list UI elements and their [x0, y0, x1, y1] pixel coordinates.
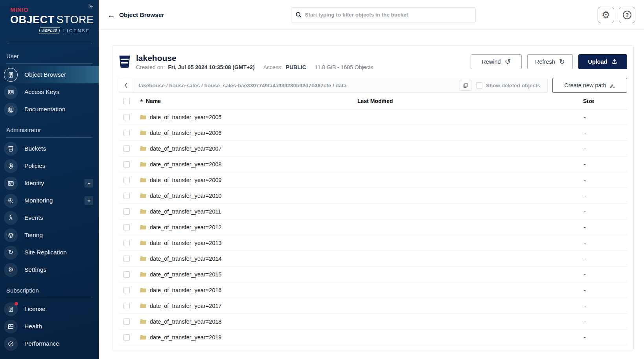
object-name-link[interactable]: date_of_transfer_year=2009 [150, 177, 222, 183]
table-row[interactable]: date_of_transfer_year=2016 - [119, 282, 627, 298]
row-checkbox[interactable] [123, 334, 130, 341]
row-checkbox[interactable] [123, 271, 130, 278]
bucket-name: lakehouse [136, 53, 373, 63]
collapse-sidebar-icon[interactable] [88, 3, 94, 9]
select-all-checkbox[interactable] [123, 98, 130, 104]
row-checkbox[interactable] [123, 177, 130, 183]
sidebar-item-site-replication[interactable]: ↻ Site Replication [0, 244, 99, 261]
table-row[interactable]: date_of_transfer_year=2010 - [119, 188, 627, 204]
settings-button[interactable]: ⚙ [598, 7, 614, 23]
help-button[interactable]: ? [619, 7, 635, 23]
table-row[interactable]: date_of_transfer_year=2006 - [119, 125, 627, 141]
sidebar-item-identity[interactable]: Identity [0, 175, 99, 192]
table-row[interactable]: date_of_transfer_year=2005 - [119, 109, 627, 125]
access-value[interactable]: PUBLIC [286, 64, 306, 70]
row-checkbox[interactable] [123, 224, 130, 230]
path-bar: lakehouse / house-sales / house_sales-ba… [119, 78, 548, 93]
sidebar-item-performance[interactable]: Performance [0, 335, 99, 352]
sidebar-item-policies[interactable]: Policies [0, 157, 99, 175]
object-name-link[interactable]: date_of_transfer_year=2011 [150, 208, 221, 215]
sidebar-item-events[interactable]: λ Events [0, 209, 99, 226]
chevron-left-icon[interactable] [119, 78, 133, 92]
object-name-link[interactable]: date_of_transfer_year=2010 [150, 193, 222, 199]
size-cell: - [583, 114, 627, 120]
table-row[interactable]: date_of_transfer_year=2008 - [119, 156, 627, 172]
column-header-name[interactable]: Name [136, 98, 357, 104]
row-checkbox[interactable] [123, 256, 130, 262]
chevron-down-icon[interactable] [85, 196, 93, 205]
chevron-down-icon[interactable] [85, 179, 93, 188]
size-cell: - [583, 193, 627, 199]
object-name-link[interactable]: date_of_transfer_year=2018 [150, 318, 222, 325]
object-name-link[interactable]: date_of_transfer_year=2014 [150, 256, 222, 262]
upload-button[interactable]: Upload [578, 54, 627, 69]
search-box [291, 7, 476, 22]
object-name-link[interactable]: date_of_transfer_year=2017 [150, 303, 222, 309]
table-row[interactable]: date_of_transfer_year=2012 - [119, 219, 627, 235]
table-row[interactable]: date_of_transfer_year=2013 - [119, 235, 627, 251]
table-row[interactable]: date_of_transfer_year=2014 - [119, 251, 627, 267]
row-checkbox[interactable] [123, 303, 130, 309]
sidebar-item-tiering[interactable]: Tiering [0, 226, 99, 244]
rewind-button[interactable]: Rewind↺ [471, 54, 522, 69]
divider [6, 298, 92, 298]
object-name-link[interactable]: date_of_transfer_year=2006 [150, 130, 222, 136]
breadcrumb[interactable]: lakehouse / house-sales / house_sales-ba… [133, 83, 460, 88]
column-header-size[interactable]: Size [583, 98, 627, 104]
sidebar-item-label: License [24, 306, 99, 313]
row-checkbox[interactable] [123, 130, 130, 136]
row-checkbox[interactable] [123, 287, 130, 293]
size-cell: - [583, 161, 627, 168]
object-name-link[interactable]: date_of_transfer_year=2016 [150, 287, 222, 293]
table-row[interactable]: date_of_transfer_year=2009 - [119, 172, 627, 188]
table-row[interactable]: date_of_transfer_year=2007 - [119, 141, 627, 156]
table-row[interactable]: date_of_transfer_year=2015 - [119, 267, 627, 282]
folder-icon [140, 130, 147, 136]
gear-icon: ⚙ [8, 267, 13, 273]
row-checkbox[interactable] [123, 145, 130, 152]
show-deleted-checkbox[interactable] [476, 82, 482, 88]
sidebar-item-access-keys[interactable]: Access Keys [0, 83, 99, 101]
sidebar-item-object-browser[interactable]: Object Browser [0, 66, 99, 83]
sidebar-item-license[interactable]: License [0, 300, 99, 318]
sidebar-item-buckets[interactable]: Buckets [0, 140, 99, 157]
sidebar-item-documentation[interactable]: Documentation [0, 101, 99, 118]
object-name-link[interactable]: date_of_transfer_year=2008 [150, 161, 222, 168]
sidebar-item-label: Events [24, 214, 99, 221]
object-name-link[interactable]: date_of_transfer_year=2005 [150, 114, 222, 120]
license-icon [7, 306, 14, 313]
object-name-link[interactable]: date_of_transfer_year=2013 [150, 240, 222, 246]
row-checkbox[interactable] [123, 161, 130, 168]
row-checkbox[interactable] [123, 208, 130, 215]
row-checkbox[interactable] [123, 318, 130, 325]
folder-icon [140, 193, 147, 199]
object-name-link[interactable]: date_of_transfer_year=2012 [150, 224, 222, 230]
object-name-link[interactable]: date_of_transfer_year=2015 [150, 271, 222, 278]
create-new-path-button[interactable]: Create new path [552, 78, 627, 93]
sidebar-item-label: Site Replication [24, 249, 99, 256]
top-bar: ← Object Browser ⚙ ? [99, 0, 644, 30]
table-row[interactable]: date_of_transfer_year=2018 - [119, 314, 627, 330]
created-on-label: Created on: [136, 64, 165, 70]
table-row[interactable]: date_of_transfer_year=2011 - [119, 204, 627, 219]
copy-path-button[interactable] [460, 80, 471, 91]
agpl-badge: AGPLV3 [39, 28, 61, 33]
back-arrow-icon[interactable]: ← [107, 11, 115, 19]
row-checkbox[interactable] [123, 114, 130, 120]
object-name-link[interactable]: date_of_transfer_year=2019 [150, 334, 222, 341]
row-checkbox[interactable] [123, 193, 130, 199]
table-row[interactable]: date_of_transfer_year=2017 - [119, 298, 627, 314]
column-header-last-modified[interactable]: Last Modified [357, 98, 583, 104]
object-list: date_of_transfer_year=2005 - date_of_tra… [119, 109, 627, 345]
sidebar-item-health[interactable]: Health [0, 318, 99, 335]
refresh-button[interactable]: Refresh↻ [527, 54, 573, 69]
search-input[interactable] [305, 12, 471, 18]
sidebar-item-label: Identity [24, 180, 78, 187]
show-deleted-toggle[interactable]: Show deleted objects [476, 82, 540, 88]
size-cell: - [583, 130, 627, 136]
sidebar-item-settings[interactable]: ⚙ Settings [0, 261, 99, 278]
object-name-link[interactable]: date_of_transfer_year=2007 [150, 145, 222, 152]
row-checkbox[interactable] [123, 240, 130, 246]
table-row[interactable]: date_of_transfer_year=2019 - [119, 330, 627, 345]
sidebar-item-monitoring[interactable]: Monitoring [0, 192, 99, 209]
